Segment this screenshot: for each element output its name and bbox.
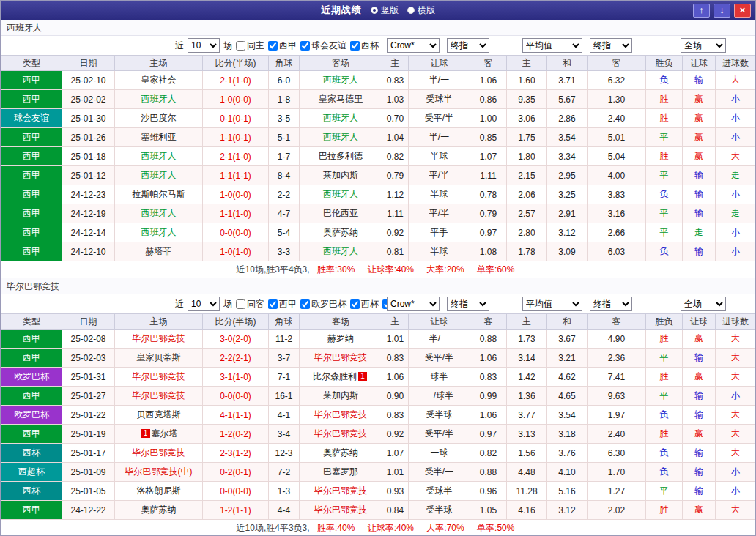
odds-home: 1.03 xyxy=(382,90,409,109)
layout-vertical-radio[interactable]: 竖版 xyxy=(371,4,399,17)
match-score: 0-0(0-0) xyxy=(203,387,269,406)
move-down-button[interactable]: ↓ xyxy=(714,4,730,18)
corner-score: 3-4 xyxy=(269,425,300,444)
avg-odds-home: 2.06 xyxy=(507,185,547,204)
odds-home: 1.01 xyxy=(382,330,409,349)
average-select[interactable]: 平均值 xyxy=(522,297,582,311)
competition-checkbox-copa[interactable]: 西杯 xyxy=(350,298,379,310)
team-label: 毕尔巴鄂竞技 xyxy=(133,390,185,401)
move-up-button[interactable]: ↑ xyxy=(693,4,710,18)
average-select[interactable]: 平均值 xyxy=(522,38,582,53)
result-outcome: 负 xyxy=(646,463,683,482)
match-count-select[interactable]: 10 xyxy=(188,38,220,53)
odds-away: 1.00 xyxy=(470,109,507,128)
team-label: 毕尔巴鄂竞技 xyxy=(314,505,367,515)
radio-horizontal-label: 横版 xyxy=(418,4,435,17)
corner-score: 1-3 xyxy=(269,482,300,501)
match-score: 2-3(1-2) xyxy=(203,444,269,463)
result-handicap: 输 xyxy=(683,349,716,368)
result-goals: 小 xyxy=(716,463,756,482)
header-row: 类型 日期 主场 比分(半场) 角球 客场 主 让球 客 主 和 客 胜负 让球… xyxy=(1,56,756,71)
checkbox-input[interactable] xyxy=(268,299,278,309)
close-button[interactable]: × xyxy=(734,4,751,18)
avg-odds-away: 2.40 xyxy=(588,109,646,128)
team-section-bilbao: 毕尔巴鄂竞技 近 10 场 同客 西甲 欧罗巴杯 西杯 西超杯 Crow* 终指… xyxy=(1,278,755,536)
competition-checkbox-laliga[interactable]: 西甲 xyxy=(268,298,297,310)
avg-odds-away: 4.90 xyxy=(588,330,646,349)
col-odds-away: 客 xyxy=(470,56,507,71)
same-venue-checkbox[interactable]: 同主 xyxy=(236,40,264,52)
avg-odds-away: 1.27 xyxy=(588,482,646,501)
avg-odds-home: 3.06 xyxy=(507,109,547,128)
average-final-select[interactable]: 终指 xyxy=(590,38,632,53)
avg-odds-draw: 4.65 xyxy=(547,387,588,406)
home-team: 毕尔巴鄂竞技 xyxy=(115,368,203,387)
team-label: 毕尔巴鄂竞技 xyxy=(133,333,185,343)
odds-company-select[interactable]: Crow* xyxy=(387,38,440,53)
team-section-espanyol: 西班牙人 近 10 场 同主 西甲 球会友谊 西杯 Crow* 终指 平均值 终… xyxy=(1,20,755,278)
avg-odds-draw: 3.12 xyxy=(547,223,588,242)
team-label: 塞尔塔 xyxy=(152,428,178,439)
competition-checkbox-copa[interactable]: 西杯 xyxy=(350,40,379,52)
result-outcome: 负 xyxy=(646,185,683,204)
corner-score: 12-3 xyxy=(269,444,300,463)
avg-odds-away: 3.83 xyxy=(588,185,646,204)
odds-company-select[interactable]: Crow* xyxy=(387,297,440,311)
checkbox-input[interactable] xyxy=(300,41,310,51)
home-team: 毕尔巴鄂竞技 xyxy=(115,330,203,349)
col-odds-away: 客 xyxy=(470,314,507,330)
filter-bar: 近 10 场 同主 西甲 球会友谊 西杯 Crow* 终指 平均值 终指 全场 xyxy=(1,36,755,55)
scope-select[interactable]: 全场 xyxy=(681,297,726,311)
avg-odds-home: 11.28 xyxy=(507,482,547,501)
result-goals: 走 xyxy=(716,204,756,223)
match-score: 4-1(1-1) xyxy=(203,406,269,425)
match-score: 2-1(1-0) xyxy=(203,147,269,166)
checkbox-input[interactable] xyxy=(300,299,310,309)
odds-handicap: 球半 xyxy=(409,368,470,387)
avg-odds-draw: 3.09 xyxy=(547,242,588,261)
col-result-handicap: 让球 xyxy=(683,56,716,71)
team-label: 贝西克塔斯 xyxy=(137,409,181,420)
odds-final-select[interactable]: 终指 xyxy=(447,38,489,53)
corner-score: 4-4 xyxy=(269,501,300,520)
competition-checkbox-europa[interactable]: 欧罗巴杯 xyxy=(300,298,346,310)
competition-checkbox-friendly[interactable]: 球会友谊 xyxy=(300,40,346,52)
competition-checkbox-laliga[interactable]: 西甲 xyxy=(268,40,297,52)
up-arrow-icon: ↑ xyxy=(699,4,704,15)
match-row: 西甲24-12-14西班牙人0-0(0-0)5-4奥萨苏纳0.92平手0.972… xyxy=(1,223,756,242)
competition-badge: 欧罗巴杯 xyxy=(1,406,62,425)
checkbox-input[interactable] xyxy=(350,41,360,51)
odds-home: 1.01 xyxy=(382,463,409,482)
competition-badge: 西甲 xyxy=(1,330,62,349)
checkbox-input[interactable] xyxy=(268,41,278,51)
match-date: 25-02-08 xyxy=(62,330,115,349)
col-away: 客场 xyxy=(300,314,382,330)
match-date: 25-01-19 xyxy=(62,425,115,444)
checkbox-input[interactable] xyxy=(236,299,245,309)
match-date: 25-02-10 xyxy=(62,71,115,90)
avg-odds-home: 1.80 xyxy=(507,147,547,166)
win-rate: 胜率:30% xyxy=(317,264,355,275)
col-score: 比分(半场) xyxy=(203,314,269,330)
scope-select[interactable]: 全场 xyxy=(681,38,726,53)
checkbox-input[interactable] xyxy=(236,41,245,51)
home-team: 西班牙人 xyxy=(115,90,203,109)
team-label: 奥萨苏纳 xyxy=(323,447,358,458)
match-count-select[interactable]: 10 xyxy=(188,297,220,311)
checkbox-input[interactable] xyxy=(350,299,360,309)
same-venue-checkbox[interactable]: 同客 xyxy=(236,298,264,310)
odds-final-select[interactable]: 终指 xyxy=(447,297,489,311)
away-team: 比尔森胜利1 xyxy=(300,368,382,387)
match-score: 1-2(0-2) xyxy=(203,425,269,444)
average-final-select[interactable]: 终指 xyxy=(590,297,632,311)
result-goals: 小 xyxy=(716,90,756,109)
single-rate: 单率:50% xyxy=(477,523,514,533)
odds-handicap: 受半/一 xyxy=(409,463,470,482)
layout-horizontal-radio[interactable]: 横版 xyxy=(407,4,435,17)
col-corner: 角球 xyxy=(269,56,300,71)
home-team: 1塞尔塔 xyxy=(115,425,203,444)
avg-odds-draw: 2.91 xyxy=(547,204,588,223)
team-label: 西班牙人 xyxy=(323,246,358,256)
match-date: 25-01-05 xyxy=(62,482,115,501)
result-outcome: 胜 xyxy=(646,109,683,128)
